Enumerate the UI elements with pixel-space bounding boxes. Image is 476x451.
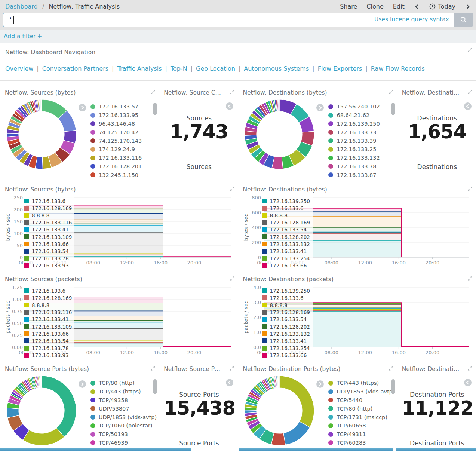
- legend-item[interactable]: 157.56.240.102: [328, 102, 380, 111]
- legend-item[interactable]: 172.16.133.54: [262, 316, 310, 323]
- donut-slice[interactable]: [279, 376, 280, 388]
- legend-item[interactable]: 8.8.8.8: [262, 212, 310, 219]
- legend-item[interactable]: TCP/58880: [328, 447, 394, 449]
- legend-toggle-button[interactable]: [79, 104, 86, 113]
- legend-item[interactable]: UDP/1853 (vids-avtp): [328, 387, 394, 396]
- donut-slice[interactable]: [41, 99, 42, 111]
- expand-panel-button[interactable]: [467, 186, 473, 193]
- legend-item[interactable]: 172.16.133.116: [24, 309, 72, 316]
- legend-item[interactable]: 172.16.133.6: [262, 294, 310, 301]
- legend-item[interactable]: 172.16.133.78: [24, 345, 72, 352]
- legend-item[interactable]: 172.16.139.250: [328, 120, 380, 128]
- legend-item[interactable]: 172.16.133.25: [328, 145, 380, 154]
- legend-item[interactable]: 172.16.128.201: [90, 162, 142, 171]
- legend-item[interactable]: 74.125.170.143: [90, 136, 142, 145]
- nav-link-overview[interactable]: Overview: [5, 65, 33, 72]
- legend-item[interactable]: 172.16.133.93: [24, 262, 72, 269]
- legend-item[interactable]: 172.16.133.132: [262, 240, 310, 248]
- legend-item[interactable]: 172.16.139.250: [262, 287, 310, 294]
- legend-item[interactable]: 172.16.128.169: [24, 205, 72, 212]
- legend-item[interactable]: TCP/60283: [328, 439, 394, 447]
- expand-panel-button[interactable]: [467, 365, 473, 372]
- legend-item[interactable]: TCP/5440: [328, 396, 394, 405]
- time-forward-button[interactable]: [465, 4, 471, 10]
- legend-item[interactable]: 172.16.133.132: [262, 330, 310, 337]
- legend-item[interactable]: UDP/1853 (vids-avtp): [90, 413, 157, 421]
- legend-item[interactable]: 132.245.1.150: [90, 171, 142, 179]
- legend-item[interactable]: 172.16.139.250: [262, 197, 310, 205]
- legend-item[interactable]: 96.43.146.48: [90, 120, 142, 128]
- clone-button[interactable]: Clone: [366, 3, 383, 10]
- expand-panel-button[interactable]: [467, 47, 473, 54]
- nav-link-autonomous-systems[interactable]: Autonomous Systems: [244, 65, 309, 72]
- expand-panel-button[interactable]: [230, 276, 235, 283]
- legend-item[interactable]: 172.16.133.116: [90, 154, 142, 162]
- legend-item[interactable]: TCP/80 (http): [328, 404, 394, 413]
- legend-toggle-button[interactable]: [226, 379, 233, 388]
- legend-item[interactable]: 172.16.133.57: [90, 102, 142, 111]
- expand-panel-button[interactable]: [467, 89, 473, 96]
- legend-item[interactable]: 172.16.128.202: [262, 323, 310, 330]
- edit-button[interactable]: Edit: [393, 3, 405, 10]
- donut-slice[interactable]: [279, 376, 314, 427]
- legend-item[interactable]: TCP/50193: [90, 430, 157, 439]
- nav-link-top-n[interactable]: Top-N: [171, 65, 187, 72]
- share-button[interactable]: Share: [340, 3, 357, 10]
- legend-item[interactable]: 8.8.8.8: [24, 301, 72, 309]
- legend-scrollbar[interactable]: [391, 103, 395, 115]
- expand-panel-button[interactable]: [229, 89, 234, 96]
- legend-item[interactable]: 172.16.133.6: [262, 205, 310, 212]
- legend-item[interactable]: UDP/53807: [90, 404, 157, 413]
- legend-item[interactable]: TCP/49311: [328, 430, 394, 439]
- legend-item[interactable]: 172.16.133.78: [328, 162, 380, 171]
- legend-toggle-button[interactable]: [464, 102, 472, 111]
- expand-panel-button[interactable]: [150, 89, 156, 96]
- legend-item[interactable]: TCP/60658: [328, 421, 394, 430]
- expand-panel-button[interactable]: [467, 276, 473, 283]
- legend-item[interactable]: 172.16.133.109: [24, 323, 72, 330]
- expand-panel-button[interactable]: [389, 89, 394, 96]
- legend-item[interactable]: 172.16.128.169: [24, 294, 72, 301]
- expand-panel-button[interactable]: [389, 365, 394, 372]
- legend-item[interactable]: 172.16.133.66: [262, 352, 310, 359]
- legend-item[interactable]: TCP/46939: [90, 439, 157, 447]
- donut-slice[interactable]: [42, 376, 76, 437]
- legend-item[interactable]: 172.16.133.39: [328, 136, 380, 145]
- expand-panel-button[interactable]: [229, 365, 234, 372]
- legend-item[interactable]: 172.16.133.116: [24, 219, 72, 226]
- legend-item[interactable]: 172.16.133.254: [262, 255, 310, 262]
- expand-panel-button[interactable]: [230, 186, 235, 193]
- time-picker-button[interactable]: Today: [429, 3, 455, 10]
- legend-item[interactable]: 172.16.133.73: [328, 128, 380, 136]
- legend-item[interactable]: TCP/443 (https): [90, 387, 157, 396]
- legend-scrollbar[interactable]: [153, 379, 157, 394]
- legend-item[interactable]: 172.16.133.41: [24, 316, 72, 323]
- legend-item[interactable]: 172.16.133.6: [24, 197, 72, 205]
- legend-item[interactable]: TCP/80 (http): [90, 379, 157, 387]
- legend-item[interactable]: 74.125.170.42: [90, 128, 142, 136]
- legend-item[interactable]: 172.16.128.169: [262, 219, 310, 226]
- legend-item[interactable]: 172.16.133.78: [24, 255, 72, 262]
- nav-link-geo-location[interactable]: Geo Location: [196, 65, 235, 72]
- search-button[interactable]: [454, 13, 473, 27]
- legend-item[interactable]: 172.16.133.95: [90, 111, 142, 120]
- legend-item[interactable]: TCP/49358: [90, 396, 157, 405]
- legend-item[interactable]: 172.16.133.87: [328, 171, 380, 179]
- add-filter-button[interactable]: Add a filter+: [4, 33, 42, 40]
- time-back-button[interactable]: [414, 4, 420, 10]
- legend-item[interactable]: 172.16.133.254: [262, 345, 310, 352]
- legend-item[interactable]: 172.16.133.109: [24, 233, 72, 240]
- legend-item[interactable]: 68.64.21.62: [328, 111, 380, 120]
- legend-item[interactable]: 172.16.128.169: [262, 309, 310, 316]
- legend-item[interactable]: TCP/443 (https): [328, 379, 394, 387]
- legend-item[interactable]: 172.16.133.66: [24, 240, 72, 248]
- legend-toggle-button[interactable]: [464, 379, 472, 388]
- legend-item[interactable]: 172.16.133.54: [24, 337, 72, 344]
- legend-item[interactable]: 8.8.8.8: [262, 301, 310, 309]
- expand-panel-button[interactable]: [150, 365, 156, 372]
- legend-item[interactable]: TCP/4070 (tripe): [90, 447, 157, 449]
- legend-item[interactable]: 172.16.133.41: [262, 337, 310, 344]
- legend-item[interactable]: 172.16.133.41: [24, 226, 72, 233]
- nav-link-raw-flow-records[interactable]: Raw Flow Records: [371, 65, 425, 72]
- legend-item[interactable]: 172.16.133.93: [24, 352, 72, 359]
